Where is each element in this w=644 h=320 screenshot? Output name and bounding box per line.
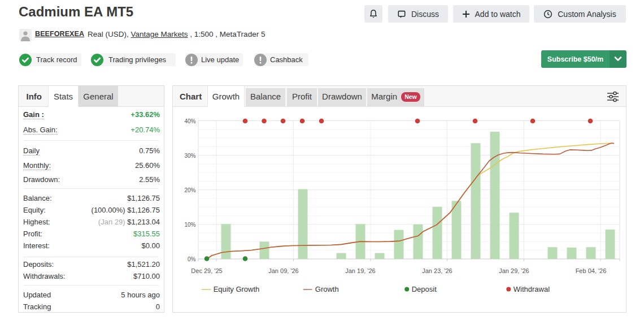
svg-text:Jan 29, '26: Jan 29, '26: [499, 267, 529, 274]
svg-text:20%: 20%: [184, 187, 195, 193]
svg-text:Equity Growth: Equity Growth: [214, 285, 260, 293]
svg-text:Jan 19, '26: Jan 19, '26: [345, 267, 375, 274]
svg-text:Deposit: Deposit: [412, 285, 437, 293]
svg-text:Dec 29, '25: Dec 29, '25: [191, 267, 222, 274]
svg-text:40%: 40%: [184, 118, 195, 124]
svg-text:10%: 10%: [184, 222, 195, 228]
svg-text:Jan 23, '26: Jan 23, '26: [422, 267, 452, 274]
svg-text:0%: 0%: [188, 256, 196, 262]
svg-text:Feb 04, '26: Feb 04, '26: [576, 267, 607, 274]
svg-text:Growth: Growth: [315, 285, 339, 293]
svg-text:30%: 30%: [184, 153, 195, 159]
svg-text:Jan 09, '26: Jan 09, '26: [268, 267, 298, 274]
svg-text:Withdrawal: Withdrawal: [514, 285, 550, 293]
